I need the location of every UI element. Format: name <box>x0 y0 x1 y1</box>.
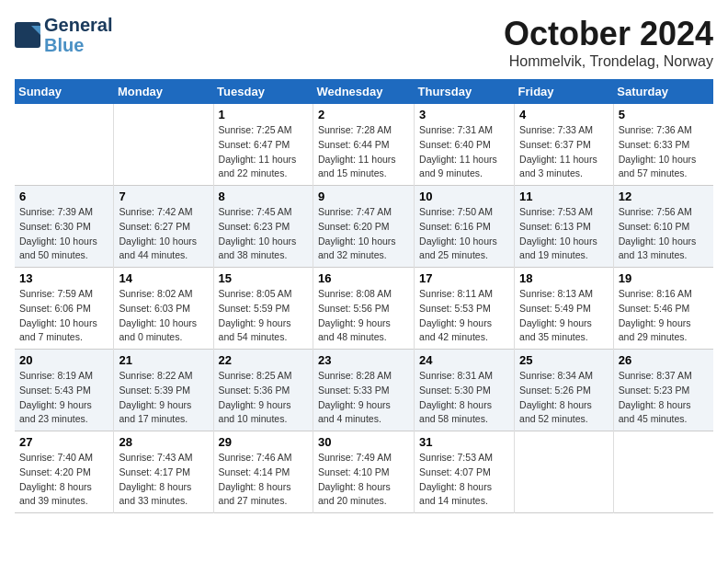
col-saturday: Saturday <box>613 79 713 104</box>
table-cell: 11Sunrise: 7:53 AMSunset: 6:13 PMDayligh… <box>515 186 614 268</box>
calendar-week-row: 13Sunrise: 7:59 AMSunset: 6:06 PMDayligh… <box>15 268 713 350</box>
cell-text: Sunrise: 8:22 AMSunset: 5:39 PMDaylight:… <box>119 370 192 424</box>
col-tuesday: Tuesday <box>213 79 313 104</box>
cell-text: Sunrise: 8:34 AMSunset: 5:26 PMDaylight:… <box>519 370 593 424</box>
cell-text: Sunrise: 8:31 AMSunset: 5:30 PMDaylight:… <box>419 370 493 424</box>
calendar-week-row: 1Sunrise: 7:25 AMSunset: 6:47 PMDaylight… <box>15 104 713 186</box>
day-number: 14 <box>119 271 208 285</box>
day-number: 28 <box>119 435 208 449</box>
cell-text: Sunrise: 8:28 AMSunset: 5:33 PMDaylight:… <box>318 370 392 424</box>
cell-text: Sunrise: 8:19 AMSunset: 5:43 PMDaylight:… <box>19 370 93 424</box>
table-cell: 20Sunrise: 8:19 AMSunset: 5:43 PMDayligh… <box>15 350 114 431</box>
calendar-title: October 2024 <box>504 15 713 53</box>
day-number: 12 <box>619 190 709 203</box>
table-cell: 21Sunrise: 8:22 AMSunset: 5:39 PMDayligh… <box>114 350 213 431</box>
day-number: 1 <box>219 108 308 121</box>
cell-text: Sunrise: 8:16 AMSunset: 5:46 PMDaylight:… <box>619 288 692 342</box>
page-header: General Blue October 2024 Hommelvik, Tro… <box>15 15 713 70</box>
table-cell: 27Sunrise: 7:40 AMSunset: 4:20 PMDayligh… <box>15 431 114 513</box>
cell-text: Sunrise: 7:39 AMSunset: 6:30 PMDaylight:… <box>19 206 97 260</box>
day-number: 6 <box>19 190 108 203</box>
logo-icon <box>15 22 40 48</box>
col-monday: Monday <box>114 79 213 104</box>
table-cell: 13Sunrise: 7:59 AMSunset: 6:06 PMDayligh… <box>15 268 114 350</box>
day-number: 4 <box>519 108 609 121</box>
day-number: 13 <box>19 271 108 285</box>
table-cell: 18Sunrise: 8:13 AMSunset: 5:49 PMDayligh… <box>515 268 614 350</box>
table-cell <box>15 104 114 186</box>
calendar-header-row: Sunday Monday Tuesday Wednesday Thursday… <box>15 79 713 104</box>
day-number: 21 <box>119 353 208 367</box>
day-number: 27 <box>19 435 108 449</box>
day-number: 16 <box>318 271 409 285</box>
table-cell: 2Sunrise: 7:28 AMSunset: 6:44 PMDaylight… <box>313 104 414 186</box>
table-cell <box>613 431 713 513</box>
calendar-week-row: 6Sunrise: 7:39 AMSunset: 6:30 PMDaylight… <box>15 186 713 268</box>
cell-text: Sunrise: 8:05 AMSunset: 5:59 PMDaylight:… <box>219 288 292 342</box>
cell-text: Sunrise: 7:40 AMSunset: 4:20 PMDaylight:… <box>19 452 93 506</box>
logo-text-line2: Blue <box>44 35 112 55</box>
day-number: 26 <box>619 353 709 367</box>
title-area: October 2024 Hommelvik, Trondelag, Norwa… <box>504 15 713 70</box>
table-cell: 9Sunrise: 7:47 AMSunset: 6:20 PMDaylight… <box>313 186 414 268</box>
table-cell: 17Sunrise: 8:11 AMSunset: 5:53 PMDayligh… <box>415 268 515 350</box>
cell-text: Sunrise: 7:53 AMSunset: 4:07 PMDaylight:… <box>419 452 493 506</box>
table-cell: 1Sunrise: 7:25 AMSunset: 6:47 PMDaylight… <box>213 104 313 186</box>
table-cell: 29Sunrise: 7:46 AMSunset: 4:14 PMDayligh… <box>213 431 313 513</box>
logo: General Blue <box>15 15 112 55</box>
day-number: 25 <box>519 353 609 367</box>
table-cell: 6Sunrise: 7:39 AMSunset: 6:30 PMDaylight… <box>15 186 114 268</box>
day-number: 22 <box>219 353 308 367</box>
table-cell: 5Sunrise: 7:36 AMSunset: 6:33 PMDaylight… <box>613 104 713 186</box>
cell-text: Sunrise: 8:25 AMSunset: 5:36 PMDaylight:… <box>219 370 292 424</box>
cell-text: Sunrise: 7:28 AMSunset: 6:44 PMDaylight:… <box>318 124 396 178</box>
day-number: 5 <box>619 108 709 121</box>
day-number: 9 <box>318 190 409 203</box>
cell-text: Sunrise: 8:02 AMSunset: 6:03 PMDaylight:… <box>119 288 197 342</box>
table-cell: 7Sunrise: 7:42 AMSunset: 6:27 PMDaylight… <box>114 186 213 268</box>
day-number: 11 <box>519 190 609 203</box>
col-wednesday: Wednesday <box>313 79 414 104</box>
table-cell <box>515 431 614 513</box>
calendar-week-row: 27Sunrise: 7:40 AMSunset: 4:20 PMDayligh… <box>15 431 713 513</box>
table-cell: 24Sunrise: 8:31 AMSunset: 5:30 PMDayligh… <box>415 350 515 431</box>
table-cell: 10Sunrise: 7:50 AMSunset: 6:16 PMDayligh… <box>415 186 515 268</box>
col-sunday: Sunday <box>15 79 114 104</box>
col-thursday: Thursday <box>415 79 515 104</box>
calendar-table: Sunday Monday Tuesday Wednesday Thursday… <box>15 79 713 513</box>
cell-text: Sunrise: 7:31 AMSunset: 6:40 PMDaylight:… <box>419 124 497 178</box>
calendar-subtitle: Hommelvik, Trondelag, Norway <box>504 53 713 70</box>
cell-text: Sunrise: 8:11 AMSunset: 5:53 PMDaylight:… <box>419 288 493 342</box>
cell-text: Sunrise: 7:56 AMSunset: 6:10 PMDaylight:… <box>619 206 697 260</box>
cell-text: Sunrise: 7:50 AMSunset: 6:16 PMDaylight:… <box>419 206 497 260</box>
day-number: 2 <box>318 108 409 121</box>
cell-text: Sunrise: 7:45 AMSunset: 6:23 PMDaylight:… <box>219 206 297 260</box>
cell-text: Sunrise: 7:25 AMSunset: 6:47 PMDaylight:… <box>219 124 297 178</box>
logo-text-line1: General <box>44 15 112 35</box>
table-cell: 19Sunrise: 8:16 AMSunset: 5:46 PMDayligh… <box>613 268 713 350</box>
table-cell: 28Sunrise: 7:43 AMSunset: 4:17 PMDayligh… <box>114 431 213 513</box>
table-cell: 15Sunrise: 8:05 AMSunset: 5:59 PMDayligh… <box>213 268 313 350</box>
day-number: 29 <box>219 435 308 449</box>
day-number: 17 <box>419 271 509 285</box>
calendar-week-row: 20Sunrise: 8:19 AMSunset: 5:43 PMDayligh… <box>15 350 713 431</box>
table-cell: 16Sunrise: 8:08 AMSunset: 5:56 PMDayligh… <box>313 268 414 350</box>
table-cell: 3Sunrise: 7:31 AMSunset: 6:40 PMDaylight… <box>415 104 515 186</box>
day-number: 8 <box>219 190 308 203</box>
col-friday: Friday <box>515 79 614 104</box>
cell-text: Sunrise: 8:08 AMSunset: 5:56 PMDaylight:… <box>318 288 392 342</box>
day-number: 24 <box>419 353 509 367</box>
cell-text: Sunrise: 7:46 AMSunset: 4:14 PMDaylight:… <box>219 452 292 506</box>
cell-text: Sunrise: 8:13 AMSunset: 5:49 PMDaylight:… <box>519 288 593 342</box>
cell-text: Sunrise: 7:49 AMSunset: 4:10 PMDaylight:… <box>318 452 392 506</box>
table-cell: 25Sunrise: 8:34 AMSunset: 5:26 PMDayligh… <box>515 350 614 431</box>
table-cell: 12Sunrise: 7:56 AMSunset: 6:10 PMDayligh… <box>613 186 713 268</box>
day-number: 30 <box>318 435 409 449</box>
day-number: 10 <box>419 190 509 203</box>
table-cell: 4Sunrise: 7:33 AMSunset: 6:37 PMDaylight… <box>515 104 614 186</box>
cell-text: Sunrise: 7:43 AMSunset: 4:17 PMDaylight:… <box>119 452 192 506</box>
table-cell: 26Sunrise: 8:37 AMSunset: 5:23 PMDayligh… <box>613 350 713 431</box>
cell-text: Sunrise: 7:53 AMSunset: 6:13 PMDaylight:… <box>519 206 597 260</box>
cell-text: Sunrise: 7:47 AMSunset: 6:20 PMDaylight:… <box>318 206 396 260</box>
cell-text: Sunrise: 7:42 AMSunset: 6:27 PMDaylight:… <box>119 206 197 260</box>
